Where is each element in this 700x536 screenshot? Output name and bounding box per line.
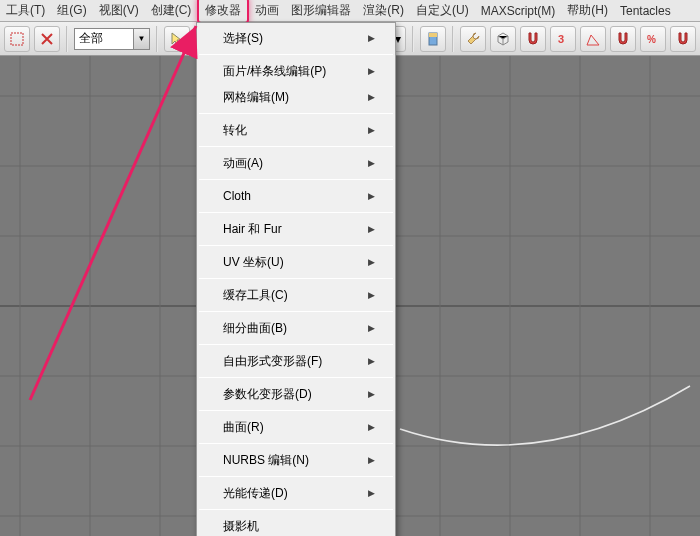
menu-item[interactable]: 自由形式变形器(F)▶ bbox=[197, 348, 395, 374]
cursor-icon[interactable] bbox=[164, 26, 190, 52]
menu-maxscript[interactable]: MAXScript(M) bbox=[475, 1, 562, 21]
menu-separator bbox=[199, 476, 393, 477]
menu-separator bbox=[199, 410, 393, 411]
menu-item[interactable]: 参数化变形器(D)▶ bbox=[197, 381, 395, 407]
submenu-arrow-icon: ▶ bbox=[368, 125, 375, 135]
menu-separator bbox=[199, 377, 393, 378]
menu-修改器[interactable]: 修改器 bbox=[197, 0, 249, 24]
submenu-arrow-icon: ▶ bbox=[368, 92, 375, 102]
modifiers-menu-dropdown: 选择(S)▶面片/样条线编辑(P)▶网格编辑(M)▶转化▶动画(A)▶Cloth… bbox=[196, 22, 396, 536]
menu-separator bbox=[199, 509, 393, 510]
menu-item[interactable]: 细分曲面(B)▶ bbox=[197, 315, 395, 341]
menu-创建[interactable]: 创建(C) bbox=[145, 0, 198, 22]
menu-渲染[interactable]: 渲染(R) bbox=[357, 0, 410, 22]
wrench-icon[interactable] bbox=[460, 26, 486, 52]
submenu-arrow-icon: ▶ bbox=[368, 455, 375, 465]
menu-item-label: UV 坐标(U) bbox=[223, 254, 284, 271]
menu-item[interactable]: 光能传递(D)▶ bbox=[197, 480, 395, 506]
menu-图形编辑器[interactable]: 图形编辑器 bbox=[285, 0, 357, 22]
menubar: 工具(T)组(G)视图(V)创建(C)修改器动画图形编辑器渲染(R)自定义(U)… bbox=[0, 0, 700, 22]
svg-text:3: 3 bbox=[558, 33, 564, 45]
menu-item[interactable]: 曲面(R)▶ bbox=[197, 414, 395, 440]
menu-item[interactable]: 摄影机 bbox=[197, 513, 395, 536]
menu-separator bbox=[199, 54, 393, 55]
menu-separator bbox=[199, 179, 393, 180]
svg-text:%: % bbox=[647, 34, 656, 45]
spline-curve[interactable] bbox=[400, 386, 690, 445]
menu-item[interactable]: UV 坐标(U)▶ bbox=[197, 249, 395, 275]
submenu-arrow-icon: ▶ bbox=[368, 422, 375, 432]
submenu-arrow-icon: ▶ bbox=[368, 389, 375, 399]
selection-filter-input[interactable] bbox=[74, 28, 134, 50]
menu-separator bbox=[199, 146, 393, 147]
menu-item[interactable]: 转化▶ bbox=[197, 117, 395, 143]
menu-视图[interactable]: 视图(V) bbox=[93, 0, 145, 22]
menu-item-label: 网格编辑(M) bbox=[223, 89, 289, 106]
submenu-arrow-icon: ▶ bbox=[368, 191, 375, 201]
menu-item-label: NURBS 编辑(N) bbox=[223, 452, 309, 469]
menu-separator bbox=[199, 212, 393, 213]
menu-动画[interactable]: 动画 bbox=[249, 0, 285, 22]
menu-item[interactable]: Cloth▶ bbox=[197, 183, 395, 209]
menu-separator bbox=[199, 311, 393, 312]
menu-item[interactable]: 选择(S)▶ bbox=[197, 25, 395, 51]
menu-item[interactable]: Hair 和 Fur▶ bbox=[197, 216, 395, 242]
menu-item-label: 曲面(R) bbox=[223, 419, 264, 436]
menu-帮助[interactable]: 帮助(H) bbox=[561, 0, 614, 22]
menu-separator bbox=[199, 113, 393, 114]
menu-组[interactable]: 组(G) bbox=[51, 0, 92, 22]
menu-item-label: 动画(A) bbox=[223, 155, 263, 172]
submenu-arrow-icon: ▶ bbox=[368, 356, 375, 366]
menu-item-label: 摄影机 bbox=[223, 518, 259, 535]
submenu-arrow-icon: ▶ bbox=[368, 66, 375, 76]
menu-item[interactable]: 面片/样条线编辑(P)▶ bbox=[197, 58, 395, 84]
menu-item-label: 自由形式变形器(F) bbox=[223, 353, 322, 370]
menu-item-label: 选择(S) bbox=[223, 30, 263, 47]
toolbar-divider bbox=[452, 26, 454, 52]
menu-item-label: 光能传递(D) bbox=[223, 485, 288, 502]
chevron-down-icon[interactable]: ▼ bbox=[134, 28, 150, 50]
toolbar-divider bbox=[412, 26, 414, 52]
snap-3-icon[interactable]: 3 bbox=[550, 26, 576, 52]
menu-item[interactable]: 缓存工具(C)▶ bbox=[197, 282, 395, 308]
menu-item-label: 参数化变形器(D) bbox=[223, 386, 312, 403]
menu-item-label: Cloth bbox=[223, 189, 251, 203]
toolbar-divider bbox=[156, 26, 158, 52]
svg-rect-0 bbox=[11, 33, 23, 45]
menu-item-label: Hair 和 Fur bbox=[223, 221, 282, 238]
box-3d-icon[interactable] bbox=[490, 26, 516, 52]
submenu-arrow-icon: ▶ bbox=[368, 257, 375, 267]
submenu-arrow-icon: ▶ bbox=[368, 290, 375, 300]
angle-snap-icon[interactable] bbox=[580, 26, 606, 52]
selection-filter-combo[interactable]: ▼ bbox=[74, 27, 150, 51]
menu-工具[interactable]: 工具(T) bbox=[0, 0, 51, 22]
menu-separator bbox=[199, 245, 393, 246]
magnet-icon[interactable] bbox=[610, 26, 636, 52]
svg-rect-7 bbox=[429, 33, 437, 37]
menu-自定义[interactable]: 自定义(U) bbox=[410, 0, 475, 22]
percent-snap-icon[interactable]: % bbox=[640, 26, 666, 52]
submenu-arrow-icon: ▶ bbox=[368, 323, 375, 333]
submenu-arrow-icon: ▶ bbox=[368, 158, 375, 168]
menu-item-label: 细分曲面(B) bbox=[223, 320, 287, 337]
submenu-arrow-icon: ▶ bbox=[368, 488, 375, 498]
render-icon[interactable] bbox=[420, 26, 446, 52]
toolbar-link-icon[interactable] bbox=[34, 26, 60, 52]
toolbar-select-icon[interactable] bbox=[4, 26, 30, 52]
menu-item[interactable]: 网格编辑(M)▶ bbox=[197, 84, 395, 110]
menu-separator bbox=[199, 443, 393, 444]
toolbar-divider bbox=[66, 26, 68, 52]
menu-item-label: 面片/样条线编辑(P) bbox=[223, 63, 326, 80]
submenu-arrow-icon: ▶ bbox=[368, 224, 375, 234]
magnet-icon[interactable] bbox=[670, 26, 696, 52]
menu-separator bbox=[199, 278, 393, 279]
magnet-icon[interactable] bbox=[520, 26, 546, 52]
menu-item[interactable]: 动画(A)▶ bbox=[197, 150, 395, 176]
menu-item-label: 转化 bbox=[223, 122, 247, 139]
menu-tentacles[interactable]: Tentacles bbox=[614, 1, 677, 21]
submenu-arrow-icon: ▶ bbox=[368, 33, 375, 43]
menu-item-label: 缓存工具(C) bbox=[223, 287, 288, 304]
menu-separator bbox=[199, 344, 393, 345]
menu-item[interactable]: NURBS 编辑(N)▶ bbox=[197, 447, 395, 473]
